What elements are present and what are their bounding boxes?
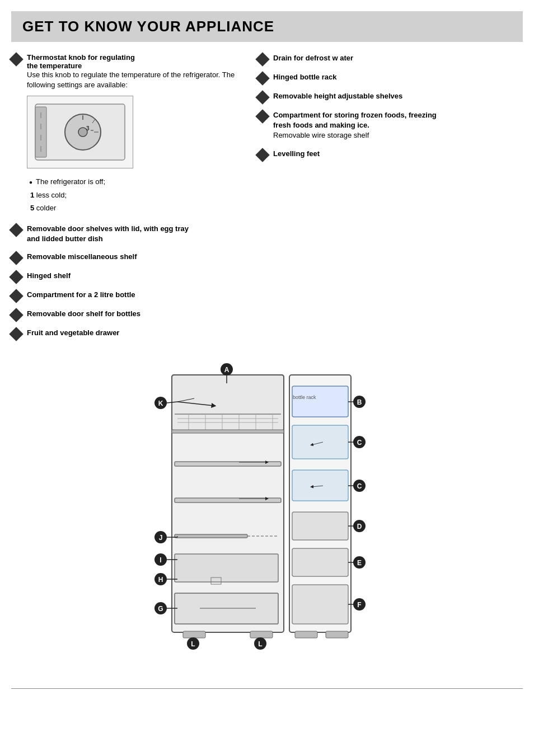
bullet-list: The refrigerator is off; 1 less cold; 5 … [29,175,246,214]
svg-text:I: I [160,556,161,564]
svg-rect-37 [292,425,348,459]
diamond-icon [9,327,23,341]
svg-text:K: K [158,400,163,407]
thermostat-title: Thermostat knob for regulating [27,53,246,62]
left-item-misc-shelf: Removable miscellaneous shelf [11,252,246,263]
thermostat-desc: Use this knob to regulate the temperatur… [27,70,246,90]
right-items: Drain for defrost w ater Hinged bottle r… [257,53,523,160]
svg-text:G: G [158,605,163,613]
diamond-icon [9,270,23,284]
svg-text:bottle rack: bottle rack [293,395,316,400]
right-item-adj-shelves: Removable height adjustable shelves [257,91,523,102]
right-item-bottle-rack-label: Hinged bottle rack [273,72,336,82]
svg-text:C: C [357,439,362,447]
diamond-icon [255,71,269,85]
diamond-icon [9,223,23,237]
main-content: Thermostat knob for regulating the tempe… [11,53,523,347]
fridge-diagram-svg: bottle rack A K [127,358,407,672]
right-item-drain-label: Drain for defrost w ater [273,53,353,63]
right-item-frozen-comp: Compartment for storing frozen foods, fr… [257,110,523,141]
thermostat-section: Thermostat knob for regulating the tempe… [11,53,246,215]
svg-rect-35 [292,386,348,417]
diamond-icon [255,109,269,123]
page-header: GET TO KNOW YOUR APPLIANCE [11,11,523,42]
right-item-wire-shelf-label: Removable wire storage shelf [273,130,437,140]
left-item-hinged-shelf: Hinged shelf [11,271,246,282]
bullet-off-text: The refrigerator is off; [36,177,105,186]
left-item-2litre: Compartment for a 2 litre bottle [11,290,246,301]
left-item-door-shelf-bottles-label: Removable door shelf for bottles [27,309,140,319]
bullet-5: 5 colder [29,201,246,214]
diamond-icon [255,148,269,162]
left-item-door-shelves-label: Removable door shelves with lid, with eg… [27,224,189,244]
right-item-drain: Drain for defrost w ater [257,53,523,64]
page-title: GET TO KNOW YOUR APPLIANCE [22,18,512,35]
svg-text:E: E [357,559,362,567]
right-item-levelling: Levelling feet [257,149,523,160]
svg-text:H: H [158,576,163,584]
svg-text:D: D [357,523,362,530]
svg-rect-29 [175,554,278,582]
bullet-1: 1 less cold; [29,189,246,201]
svg-text:3: 3 [86,125,90,132]
diamond-icon [255,52,269,66]
right-item-adj-shelves-label: Removable height adjustable shelves [273,91,402,101]
diamond-icon [9,52,23,66]
svg-rect-41 [292,585,348,624]
left-items: Removable door shelves with lid, with eg… [11,224,246,339]
left-item-fruit-drawer: Fruit and vegetable drawer [11,328,246,339]
right-column: Drain for defrost w ater Hinged bottle r… [257,53,523,347]
left-item-door-shelves: Removable door shelves with lid, with eg… [11,224,246,244]
bullet-dot [29,177,36,186]
svg-rect-39 [292,512,348,540]
left-item-door-shelf-bottles: Removable door shelf for bottles [11,309,246,320]
left-item-fruit-drawer-label: Fruit and vegetable drawer [27,328,119,338]
svg-text:L: L [258,640,262,648]
svg-rect-42 [295,631,317,638]
right-item-bottle-rack: Hinged bottle rack [257,72,523,83]
diamond-icon [9,289,23,303]
bottom-divider [11,688,523,689]
diamond-icon [255,90,269,104]
right-item-levelling-label: Levelling feet [273,149,320,159]
svg-rect-32 [183,631,205,638]
right-item-frozen-comp-label: Compartment for storing frozen foods, fr… [273,110,437,130]
svg-text:C: C [357,482,362,490]
page: GET TO KNOW YOUR APPLIANCE Thermostat kn… [0,0,534,756]
diamond-icon [9,251,23,265]
svg-text:L: L [191,640,195,648]
svg-text:J: J [159,534,163,542]
bullet-off: The refrigerator is off; [29,175,246,188]
svg-rect-27 [175,534,247,538]
diagram-section: bottle rack A K [11,358,523,672]
left-column: Thermostat knob for regulating the tempe… [11,53,246,347]
svg-rect-43 [326,631,348,638]
left-item-hinged-shelf-label: Hinged shelf [27,271,71,281]
svg-rect-24 [172,430,284,433]
thermostat-image: 3 [27,96,133,168]
svg-text:F: F [357,601,361,609]
left-item-misc-shelf-label: Removable miscellaneous shelf [27,252,137,262]
thermostat-subtitle: the temperature [27,62,246,70]
svg-rect-33 [250,631,273,638]
svg-rect-38 [292,470,348,501]
svg-text:A: A [224,366,229,374]
svg-text:B: B [357,398,362,406]
diamond-icon [9,308,23,322]
svg-rect-40 [292,548,348,576]
left-item-2litre-label: Compartment for a 2 litre bottle [27,290,135,300]
